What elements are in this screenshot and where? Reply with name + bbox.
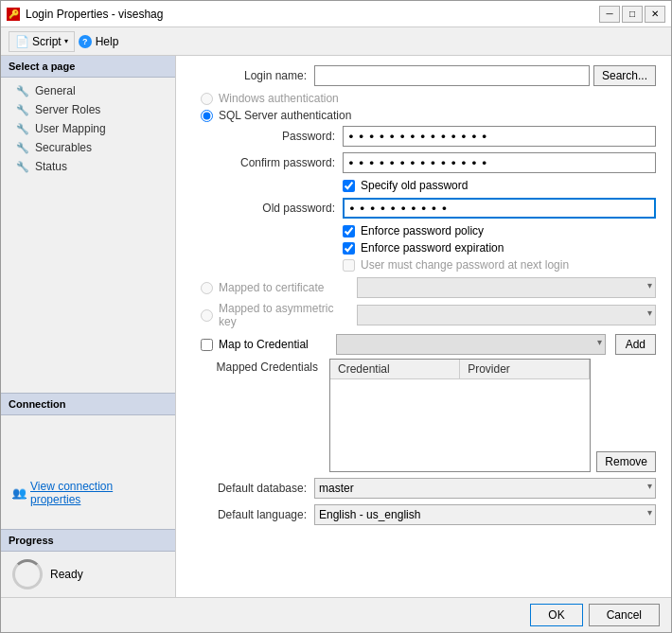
sidebar-item-label: User Mapping (35, 122, 106, 135)
sidebar: Select a page 🔧 General 🔧 Server Roles 🔧… (1, 56, 176, 597)
password-input[interactable] (343, 126, 656, 147)
sidebar-item-label: Securables (35, 141, 92, 154)
windows-auth-label: Windows authentication (219, 92, 339, 105)
confirm-password-label: Confirm password: (239, 156, 343, 169)
help-icon: ? (79, 35, 92, 48)
sidebar-item-server-roles[interactable]: 🔧 Server Roles (1, 100, 175, 119)
view-connection-link[interactable]: 👥 View connection properties (12, 480, 164, 506)
progress-header: Progress (1, 529, 175, 552)
windows-auth-radio[interactable] (201, 93, 213, 105)
sidebar-item-general[interactable]: 🔧 General (1, 81, 175, 100)
connection-section: Connection 👥 View connection properties (1, 393, 175, 529)
help-label: Help (96, 35, 119, 48)
maximize-button[interactable]: □ (622, 6, 643, 23)
login-name-input[interactable] (314, 65, 590, 86)
progress-status: Ready (50, 568, 83, 581)
provider-column-header: Provider (460, 360, 590, 378)
bottom-bar: OK Cancel (1, 597, 671, 632)
app-icon: 🔑 (7, 8, 20, 21)
mapped-credentials-label: Mapped Credentials (201, 359, 324, 374)
enforce-expiration-label: Enforce password expiration (361, 241, 504, 255)
connection-header: Connection (1, 393, 175, 415)
user-must-change-label: User must change password at next login (361, 258, 569, 272)
enforce-policy-checkbox[interactable] (343, 225, 355, 237)
wrench-icon: 🔧 (16, 123, 29, 135)
dropdown-arrow-icon: ▾ (64, 37, 68, 45)
mapped-certificate-row: Mapped to certificate ▾ (191, 277, 656, 298)
sql-auth-row: SQL Server authentication (191, 109, 656, 122)
old-password-label: Old password: (239, 202, 343, 215)
enforce-policy-label: Enforce password policy (361, 224, 484, 237)
mapped-certificate-select[interactable] (357, 277, 656, 298)
sidebar-item-label: General (35, 84, 76, 97)
progress-section: Progress Ready (1, 529, 175, 597)
enforce-expiration-row: Enforce password expiration (191, 241, 656, 255)
main-content: Select a page 🔧 General 🔧 Server Roles 🔧… (1, 56, 671, 597)
map-credential-label: Map to Credential (219, 338, 330, 351)
select-page-header: Select a page (1, 56, 175, 78)
confirm-password-input[interactable] (343, 152, 656, 173)
mapped-credentials-table: Credential Provider (329, 359, 591, 472)
progress-body: Ready (1, 552, 175, 597)
sidebar-items: 🔧 General 🔧 Server Roles 🔧 User Mapping … (1, 78, 175, 393)
minimize-button[interactable]: ─ (599, 6, 620, 23)
map-credential-row: Map to Credential ▾ Add (191, 334, 656, 355)
wrench-icon: 🔧 (16, 85, 29, 97)
user-must-change-row: User must change password at next login (191, 258, 656, 272)
script-label: Script (32, 35, 62, 48)
mapped-credentials-section: Mapped Credentials Credential Provider R… (191, 359, 656, 472)
default-database-row: Default database: master ▾ (191, 478, 656, 499)
progress-spinner (12, 559, 43, 589)
old-password-input[interactable] (343, 198, 656, 219)
script-icon: 📄 (15, 35, 29, 48)
sql-auth-radio[interactable] (201, 110, 213, 122)
mapped-certificate-radio[interactable] (201, 282, 213, 294)
mapped-asymmetric-select[interactable] (357, 305, 656, 325)
mapped-certificate-label: Mapped to certificate (219, 281, 351, 294)
windows-auth-row: Windows authentication (191, 92, 656, 105)
search-button[interactable]: Search... (593, 65, 656, 86)
wrench-icon: 🔧 (16, 142, 29, 154)
default-database-select[interactable]: master (314, 478, 656, 499)
confirm-password-row: Confirm password: (191, 152, 656, 173)
user-must-change-checkbox[interactable] (343, 259, 355, 272)
right-panel: Login name: Search... Windows authentica… (176, 56, 671, 597)
connection-body: 👥 View connection properties (1, 415, 175, 529)
specify-old-password-label: Specify old password (361, 179, 468, 192)
map-credential-checkbox[interactable] (201, 339, 213, 351)
mapped-asymmetric-row: Mapped to asymmetric key ▾ (191, 302, 656, 328)
mapped-asymmetric-label: Mapped to asymmetric key (219, 302, 351, 328)
password-row: Password: (191, 126, 656, 147)
wrench-icon: 🔧 (16, 104, 29, 116)
help-button[interactable]: ? Help (79, 35, 119, 48)
mapped-asymmetric-radio[interactable] (201, 309, 213, 322)
sidebar-item-status[interactable]: 🔧 Status (1, 157, 175, 176)
toolbar: 📄 Script ▾ ? Help (1, 27, 671, 56)
login-name-row: Login name: Search... (191, 65, 656, 86)
script-button[interactable]: 📄 Script ▾ (9, 31, 75, 52)
sidebar-item-securables[interactable]: 🔧 Securables (1, 138, 175, 157)
specify-old-password-checkbox[interactable] (343, 180, 355, 192)
close-button[interactable]: ✕ (645, 6, 665, 23)
enforce-expiration-checkbox[interactable] (343, 242, 355, 255)
connection-icon: 👥 (12, 486, 27, 500)
login-name-label: Login name: (191, 69, 314, 82)
remove-button[interactable]: Remove (596, 451, 656, 472)
add-button[interactable]: Add (615, 334, 656, 355)
view-connection-label: View connection properties (30, 480, 164, 506)
old-password-row: Old password: (191, 198, 656, 219)
default-database-label: Default database: (191, 482, 314, 495)
password-label: Password: (239, 130, 343, 143)
sql-auth-label: SQL Server authentication (219, 109, 351, 122)
wrench-icon: 🔧 (16, 161, 29, 173)
default-language-select[interactable]: English - us_english (314, 504, 656, 525)
cancel-button[interactable]: Cancel (589, 604, 660, 626)
specify-old-password-row: Specify old password (191, 179, 656, 192)
mapped-credentials-header: Credential Provider (330, 360, 590, 379)
credential-column-header: Credential (330, 360, 460, 378)
title-bar: 🔑 Login Properties - viseshag ─ □ ✕ (1, 1, 671, 27)
window-controls: ─ □ ✕ (599, 6, 665, 23)
credential-select[interactable] (336, 334, 606, 355)
ok-button[interactable]: OK (530, 604, 582, 626)
sidebar-item-user-mapping[interactable]: 🔧 User Mapping (1, 119, 175, 138)
